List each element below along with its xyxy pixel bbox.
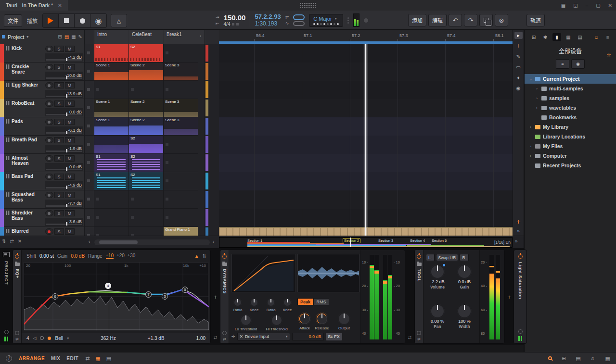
follow-playhead-icon[interactable]: ✛: [516, 219, 520, 225]
loop-region-bar[interactable]: [219, 41, 513, 44]
clip-stop-button[interactable]: [85, 99, 94, 117]
maximize-button[interactable]: ▢: [596, 3, 600, 8]
sidechain-fx-button[interactable]: Sc FX: [326, 333, 342, 340]
record-arm-button[interactable]: [45, 46, 53, 52]
solo-button[interactable]: S: [54, 64, 64, 70]
list-view-icon[interactable]: ▤: [64, 34, 69, 39]
volume-fader[interactable]: -13.9 dB: [45, 90, 83, 98]
solo-button[interactable]: S: [54, 192, 64, 198]
time-signature[interactable]: 4/4: [224, 22, 231, 27]
tree-item[interactable]: ›multi-samples: [525, 84, 616, 93]
track-name[interactable]: Blurred: [12, 228, 29, 234]
more-options-icon[interactable]: »: [515, 238, 518, 244]
eq-band-handle[interactable]: 7: [145, 291, 152, 298]
clip-launcher-toggle-icon[interactable]: ▦: [95, 355, 100, 362]
mute-button[interactable]: M: [65, 82, 75, 88]
solo-button[interactable]: S: [54, 174, 64, 180]
channel-button-swaplr[interactable]: Swap L/R: [436, 254, 459, 261]
grid-view-icon[interactable]: ⊞: [58, 34, 62, 39]
track-name[interactable]: Bass Pad: [12, 174, 33, 179]
duplicate-button[interactable]: [479, 14, 493, 26]
track-header[interactable]: Squashed BassSM-7.7 dB: [4, 190, 85, 209]
edit-pencil-icon[interactable]: ✎: [78, 34, 82, 39]
stop-button[interactable]: [59, 14, 75, 27]
band-q[interactable]: 1.00: [196, 336, 205, 341]
scene-header[interactable]: Break1: [164, 30, 198, 44]
volume-fader[interactable]: -3.6 dB: [45, 218, 83, 226]
tool-knob[interactable]: [457, 264, 472, 279]
arranger-timeline[interactable]: [219, 44, 513, 236]
punch-in-icon[interactable]: ⇥: [216, 15, 219, 20]
empty-clip-slot[interactable]: [94, 81, 128, 99]
eq-range-option[interactable]: ±30: [128, 253, 136, 259]
mute-button[interactable]: M: [65, 192, 75, 198]
band-shape[interactable]: Bell: [55, 336, 63, 341]
track-name[interactable]: Breath Pad: [12, 137, 37, 142]
menu-icon[interactable]: ≡: [603, 33, 612, 41]
mute-button[interactable]: M: [65, 155, 75, 162]
mute-button[interactable]: M: [65, 64, 75, 70]
sidechain-input-select[interactable]: ✕ Device Input ▾: [237, 333, 290, 340]
browser-filter-icon[interactable]: ✱: [541, 33, 550, 41]
remote-controls-icon[interactable]: [518, 329, 523, 334]
solo-button[interactable]: S: [54, 119, 64, 125]
view-tab-edit[interactable]: EDIT: [66, 356, 78, 361]
eq-band-handle[interactable]: 6: [52, 293, 58, 300]
favorite-star-icon[interactable]: ☆: [606, 52, 611, 58]
project-tab[interactable]: Tauri - In The Dark * ✕: [0, 0, 68, 11]
shift-value[interactable]: 0.00 st: [39, 253, 54, 259]
solo-button[interactable]: S: [54, 228, 64, 235]
power-icon[interactable]: [417, 254, 421, 259]
tree-item[interactable]: Library Locations: [525, 132, 616, 141]
record-button[interactable]: [75, 14, 90, 27]
mute-button[interactable]: M: [65, 119, 75, 125]
device-insert-slot[interactable]: +: [505, 250, 513, 344]
grid-icon[interactable]: ⊞: [562, 355, 566, 362]
eq-device-header[interactable]: EQ+ ⇄: [13, 250, 22, 343]
scene-header[interactable]: Intro: [94, 30, 128, 44]
clip-stop-button[interactable]: [85, 154, 94, 172]
package-icon[interactable]: ▤: [576, 355, 580, 362]
preset-folder-icon[interactable]: [222, 263, 227, 266]
empty-clip-slot[interactable]: [164, 44, 198, 62]
horizontal-scrollbar[interactable]: [94, 239, 210, 245]
add-device-icon[interactable]: +: [214, 293, 218, 301]
clip[interactable]: Grand Piano 1: [164, 227, 198, 236]
eq-band-handle[interactable]: 3: [162, 293, 168, 300]
edit-menu-button[interactable]: 编辑: [428, 14, 447, 26]
dyn-env-knob[interactable]: [316, 313, 328, 325]
creator-icon[interactable]: ☺: [592, 33, 601, 41]
track-header[interactable]: PadsSM-6.1 dB: [4, 117, 85, 136]
eq-band-handle[interactable]: 4: [105, 283, 111, 289]
tree-item[interactable]: ›Computer: [525, 151, 616, 161]
track-name[interactable]: Egg Shaker: [12, 82, 38, 88]
volume-fader[interactable]: 0.0 dB: [45, 108, 83, 116]
sidechain-routing-icon[interactable]: ✛: [231, 334, 235, 339]
solo-button[interactable]: S: [54, 210, 64, 216]
solo-button[interactable]: S: [54, 46, 64, 52]
device-insert-slot[interactable]: + ⇄: [211, 250, 220, 344]
record-arm-button[interactable]: [45, 228, 53, 235]
clip[interactable]: S2: [129, 136, 163, 153]
file-menu-button[interactable]: 文件: [4, 14, 22, 27]
clip-stop-button[interactable]: [85, 63, 94, 81]
empty-clip-slot[interactable]: [164, 190, 198, 208]
volume-fader[interactable]: 0.0 dB: [45, 163, 83, 171]
solo-button[interactable]: S: [54, 137, 64, 143]
dyn-knob[interactable]: [250, 298, 258, 307]
remote-controls-icon[interactable]: [15, 331, 19, 335]
clip[interactable]: S1: [94, 154, 128, 172]
volume-fader[interactable]: -10.0 dB: [45, 72, 83, 80]
tool-knob[interactable]: [430, 264, 445, 279]
clip-stop-button[interactable]: [85, 227, 94, 236]
empty-clip-slot[interactable]: [94, 190, 128, 208]
fill-toggle[interactable]: [293, 21, 305, 26]
clip[interactable]: Scene 1: [94, 117, 128, 135]
record-arm-button[interactable]: [45, 192, 53, 198]
track-header[interactable]: RoboBeatSM0.0 dB: [4, 99, 85, 117]
pip-icon[interactable]: ◱: [573, 3, 578, 8]
mute-button[interactable]: M: [65, 210, 75, 216]
eraser-tool-icon[interactable]: ▭: [514, 63, 523, 71]
record-arm-button[interactable]: [45, 174, 53, 180]
clip-stop-button[interactable]: [85, 209, 94, 227]
